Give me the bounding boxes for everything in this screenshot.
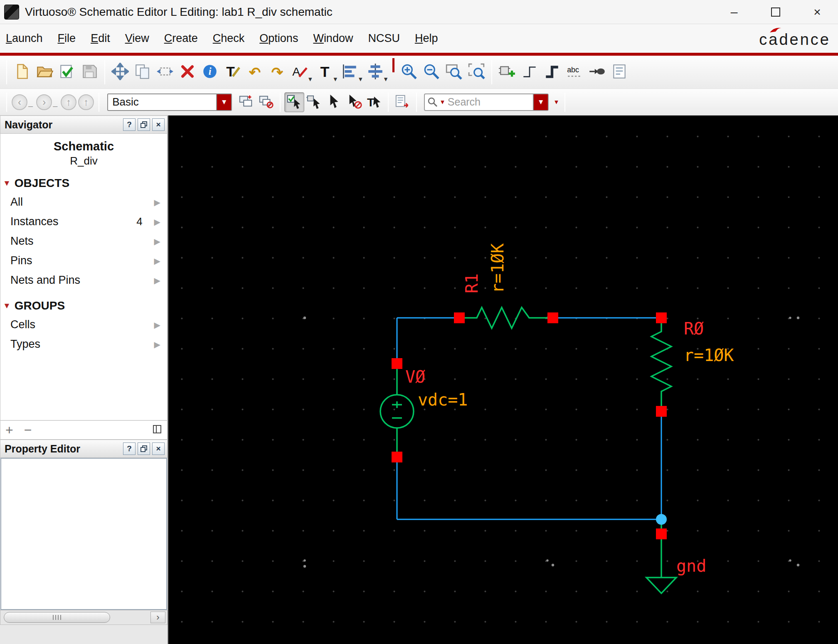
- expand-triangle-icon[interactable]: ▶: [154, 320, 160, 330]
- instance-r0[interactable]: RØ r=1ØK: [651, 318, 734, 411]
- forward-button[interactable]: ›: [36, 94, 52, 110]
- menu-window[interactable]: Window: [313, 32, 353, 45]
- tree-item-nets-and-pins[interactable]: Nets and Pins ▶: [0, 270, 167, 290]
- zoom-fit-button[interactable]: [443, 61, 465, 84]
- add-text-button[interactable]: T: [314, 61, 336, 84]
- delete-button[interactable]: [176, 61, 199, 84]
- save-button[interactable]: [78, 61, 101, 84]
- search-input[interactable]: [448, 96, 533, 108]
- navigator-close-button[interactable]: ×: [152, 118, 165, 131]
- expand-triangle-icon[interactable]: ▶: [154, 197, 160, 207]
- menu-view[interactable]: View: [125, 32, 149, 45]
- pane-toggle-button[interactable]: [152, 424, 162, 436]
- align-button[interactable]: [339, 61, 361, 84]
- move-button[interactable]: [109, 61, 131, 84]
- select-instance-button[interactable]: [304, 92, 324, 112]
- hierarchy-level-select[interactable]: Basic ▼: [107, 93, 232, 111]
- objects-section-header[interactable]: ▼ OBJECTS: [3, 177, 167, 190]
- menu-check[interactable]: Check: [213, 32, 245, 45]
- create-narrow-wire-button[interactable]: [518, 61, 541, 84]
- create-note-button[interactable]: [608, 61, 631, 84]
- property-editor-body[interactable]: [0, 458, 167, 610]
- add-text-dropdown-icon[interactable]: ▾: [334, 75, 338, 84]
- instance-name-label[interactable]: RØ: [684, 319, 704, 338]
- distribute-dropdown-icon[interactable]: ▾: [384, 75, 388, 84]
- menu-ncsu[interactable]: NCSU: [368, 32, 400, 45]
- search-box[interactable]: ▾ ▼: [424, 93, 549, 111]
- property-editor-close-button[interactable]: ×: [152, 442, 165, 455]
- back-button[interactable]: ‹: [12, 94, 27, 110]
- align-dropdown-icon[interactable]: ▾: [359, 75, 362, 84]
- selection-filter-toggle[interactable]: [284, 92, 304, 112]
- tree-item-cells[interactable]: Cells ▶: [0, 315, 167, 334]
- up-to-top-button[interactable]: ↑: [78, 94, 94, 110]
- instance-value-label[interactable]: vdc=1: [418, 390, 468, 409]
- instance-r1[interactable]: R1 r=1ØK: [459, 243, 553, 328]
- copy-button[interactable]: [131, 61, 154, 84]
- repeat-command-button[interactable]: [392, 92, 412, 112]
- expand-triangle-icon[interactable]: ▶: [154, 217, 160, 227]
- scrollbar-thumb[interactable]: [4, 612, 110, 623]
- tree-item-instances[interactable]: Instances 4 ▶: [0, 212, 167, 231]
- property-editor-scrollbar[interactable]: ›: [0, 610, 168, 625]
- new-button[interactable]: [11, 61, 33, 84]
- up-button[interactable]: ↑: [61, 94, 76, 110]
- expand-all-button[interactable]: +: [5, 423, 13, 437]
- hierarchy-dropdown-button[interactable]: ▼: [216, 94, 231, 110]
- check-save-button[interactable]: [56, 61, 78, 84]
- property-editor-float-button[interactable]: [138, 442, 150, 455]
- label-dropdown-icon[interactable]: ▾: [308, 75, 312, 84]
- menu-file[interactable]: File: [58, 32, 76, 45]
- instance-name-label[interactable]: VØ: [405, 367, 425, 386]
- descend-read-button[interactable]: [256, 92, 276, 112]
- expand-triangle-icon[interactable]: ▶: [154, 256, 160, 266]
- expand-triangle-icon[interactable]: ▶: [154, 339, 160, 349]
- zoom-out-button[interactable]: [420, 61, 443, 84]
- navigator-help-button[interactable]: ?: [123, 118, 136, 131]
- expand-triangle-icon[interactable]: ▶: [154, 236, 160, 246]
- instance-name-label[interactable]: gnd: [676, 556, 706, 575]
- create-wide-wire-button[interactable]: [541, 61, 563, 84]
- tree-item-all[interactable]: All ▶: [0, 192, 167, 212]
- groups-section-header[interactable]: ▼ GROUPS: [3, 299, 167, 312]
- redo-button[interactable]: ↷: [266, 61, 288, 84]
- net-wires[interactable]: [397, 318, 661, 519]
- maximize-button[interactable]: [755, 0, 796, 24]
- menu-create[interactable]: Create: [164, 32, 198, 45]
- distribute-button[interactable]: [364, 61, 387, 84]
- label-button[interactable]: A: [288, 61, 311, 84]
- undo-button[interactable]: ↶: [244, 61, 266, 84]
- tree-item-types[interactable]: Types ▶: [0, 334, 167, 354]
- instance-name-label[interactable]: R1: [462, 273, 481, 293]
- edit-properties-button[interactable]: T: [221, 61, 244, 84]
- deselect-cursor-button[interactable]: [344, 92, 364, 112]
- tree-item-nets[interactable]: Nets ▶: [0, 231, 167, 251]
- instance-gnd[interactable]: gnd: [646, 525, 706, 593]
- select-cursor-button[interactable]: [324, 92, 344, 112]
- instance-value-label[interactable]: r=1ØK: [684, 346, 734, 365]
- info-button[interactable]: i: [199, 61, 221, 84]
- close-button[interactable]: ×: [796, 0, 838, 24]
- menu-edit[interactable]: Edit: [91, 32, 110, 45]
- zoom-in-button[interactable]: [398, 61, 420, 84]
- select-text-button[interactable]: T: [364, 92, 384, 112]
- tree-item-pins[interactable]: Pins ▶: [0, 251, 167, 270]
- collapse-all-button[interactable]: −: [24, 423, 32, 437]
- create-instance-button[interactable]: [496, 61, 518, 84]
- property-editor-help-button[interactable]: ?: [123, 442, 136, 455]
- expand-triangle-icon[interactable]: ▶: [154, 275, 160, 285]
- menu-launch[interactable]: Launch: [6, 32, 43, 45]
- scroll-right-button[interactable]: ›: [150, 612, 165, 623]
- create-pin-button[interactable]: [586, 61, 608, 84]
- instance-value-label[interactable]: r=1ØK: [488, 243, 507, 293]
- instance-v0[interactable]: VØ vdc=1: [380, 364, 468, 457]
- zoom-to-selected-button[interactable]: [465, 61, 488, 84]
- stretch-button[interactable]: [154, 61, 176, 84]
- minimize-button[interactable]: –: [713, 0, 755, 24]
- descend-edit-button[interactable]: [236, 92, 256, 112]
- navigator-float-button[interactable]: [138, 118, 150, 131]
- search-options-dropdown-icon[interactable]: ▾: [555, 98, 558, 106]
- wire-name-button[interactable]: abc: [563, 61, 586, 84]
- wire-junction-dot[interactable]: [656, 514, 667, 525]
- schematic-canvas[interactable]: R1 r=1ØK RØ r=1ØK VØ vdc=1: [168, 116, 838, 644]
